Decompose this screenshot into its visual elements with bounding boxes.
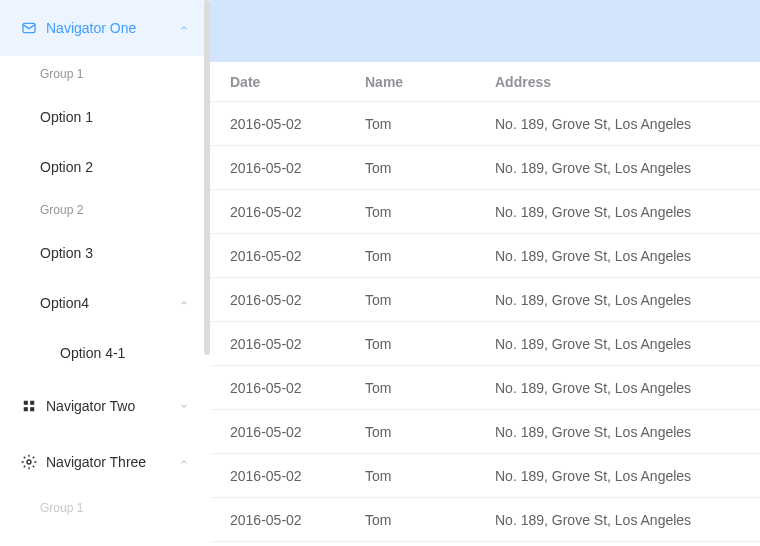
main-content: Date Name Address 2016-05-02TomNo. 189, … — [210, 0, 760, 546]
svg-rect-2 — [30, 401, 34, 405]
cell-name: Tom — [365, 204, 495, 220]
cell-address: No. 189, Grove St, Los Angeles — [495, 380, 760, 396]
table-row[interactable]: 2016-05-02TomNo. 189, Grove St, Los Ange… — [210, 278, 760, 322]
option-1[interactable]: Option 1 — [0, 92, 210, 142]
cell-name: Tom — [365, 292, 495, 308]
chevron-down-icon — [178, 400, 190, 412]
cell-address: No. 189, Grove St, Los Angeles — [495, 292, 760, 308]
cell-address: No. 189, Grove St, Los Angeles — [495, 204, 760, 220]
cell-name: Tom — [365, 424, 495, 440]
option-3[interactable]: Option 3 — [0, 228, 210, 278]
table-row[interactable]: 2016-05-02TomNo. 189, Grove St, Los Ange… — [210, 366, 760, 410]
table-row[interactable]: 2016-05-02TomNo. 189, Grove St, Los Ange… — [210, 234, 760, 278]
svg-rect-3 — [24, 407, 28, 411]
grid-icon — [20, 397, 38, 415]
cell-date: 2016-05-02 — [210, 512, 365, 528]
cell-address: No. 189, Grove St, Los Angeles — [495, 424, 760, 440]
column-header-date[interactable]: Date — [210, 74, 365, 90]
cell-address: No. 189, Grove St, Los Angeles — [495, 336, 760, 352]
svg-rect-4 — [30, 407, 34, 411]
cell-name: Tom — [365, 380, 495, 396]
mail-icon — [20, 19, 38, 37]
nav-item-navigator-two[interactable]: Navigator Two — [0, 378, 210, 434]
table-row[interactable]: 2016-05-02TomNo. 189, Grove St, Los Ange… — [210, 322, 760, 366]
column-header-address[interactable]: Address — [495, 74, 760, 90]
group-title: Group 1 — [0, 490, 210, 526]
cell-name: Tom — [365, 248, 495, 264]
topbar — [210, 0, 760, 62]
nav-label: Navigator Two — [46, 398, 178, 414]
table-row[interactable]: 2016-05-02TomNo. 189, Grove St, Los Ange… — [210, 454, 760, 498]
column-header-name[interactable]: Name — [365, 74, 495, 90]
cell-date: 2016-05-02 — [210, 292, 365, 308]
group-title: Group 2 — [0, 192, 210, 228]
option-4-1[interactable]: Option 4-1 — [0, 328, 210, 378]
cell-name: Tom — [365, 336, 495, 352]
cell-name: Tom — [365, 116, 495, 132]
table-row[interactable]: 2016-05-02TomNo. 189, Grove St, Los Ange… — [210, 146, 760, 190]
cell-date: 2016-05-02 — [210, 160, 365, 176]
data-table: Date Name Address 2016-05-02TomNo. 189, … — [210, 62, 760, 546]
cell-address: No. 189, Grove St, Los Angeles — [495, 160, 760, 176]
nav-label: Navigator Three — [46, 454, 178, 470]
option-2[interactable]: Option 2 — [0, 142, 210, 192]
chevron-up-icon — [178, 22, 190, 34]
cell-date: 2016-05-02 — [210, 468, 365, 484]
chevron-up-icon — [178, 297, 190, 309]
gear-icon — [20, 453, 38, 471]
svg-rect-1 — [24, 401, 28, 405]
table-row[interactable]: 2016-05-02TomNo. 189, Grove St, Los Ange… — [210, 410, 760, 454]
sidebar: Navigator One Group 1 Option 1 Option 2 … — [0, 0, 210, 546]
cell-name: Tom — [365, 468, 495, 484]
table-row[interactable]: 2016-05-02TomNo. 189, Grove St, Los Ange… — [210, 102, 760, 146]
chevron-up-icon — [178, 456, 190, 468]
nav-item-navigator-one[interactable]: Navigator One — [0, 0, 210, 56]
cell-date: 2016-05-02 — [210, 248, 365, 264]
cell-address: No. 189, Grove St, Los Angeles — [495, 468, 760, 484]
cell-date: 2016-05-02 — [210, 204, 365, 220]
cell-date: 2016-05-02 — [210, 336, 365, 352]
table-row[interactable]: 2016-05-02TomNo. 189, Grove St, Los Ange… — [210, 190, 760, 234]
cell-address: No. 189, Grove St, Los Angeles — [495, 116, 760, 132]
cell-date: 2016-05-02 — [210, 424, 365, 440]
table-row[interactable]: 2016-05-02TomNo. 189, Grove St, Los Ange… — [210, 498, 760, 542]
option-4[interactable]: Option4 — [0, 278, 210, 328]
svg-point-5 — [27, 460, 31, 464]
cell-address: No. 189, Grove St, Los Angeles — [495, 248, 760, 264]
cell-date: 2016-05-02 — [210, 380, 365, 396]
table-header: Date Name Address — [210, 62, 760, 102]
cell-name: Tom — [365, 512, 495, 528]
nav-item-navigator-three[interactable]: Navigator Three — [0, 434, 210, 490]
cell-name: Tom — [365, 160, 495, 176]
cell-date: 2016-05-02 — [210, 116, 365, 132]
group-title: Group 1 — [0, 56, 210, 92]
cell-address: No. 189, Grove St, Los Angeles — [495, 512, 760, 528]
nav-label: Navigator One — [46, 20, 178, 36]
scrollbar[interactable] — [204, 0, 210, 355]
